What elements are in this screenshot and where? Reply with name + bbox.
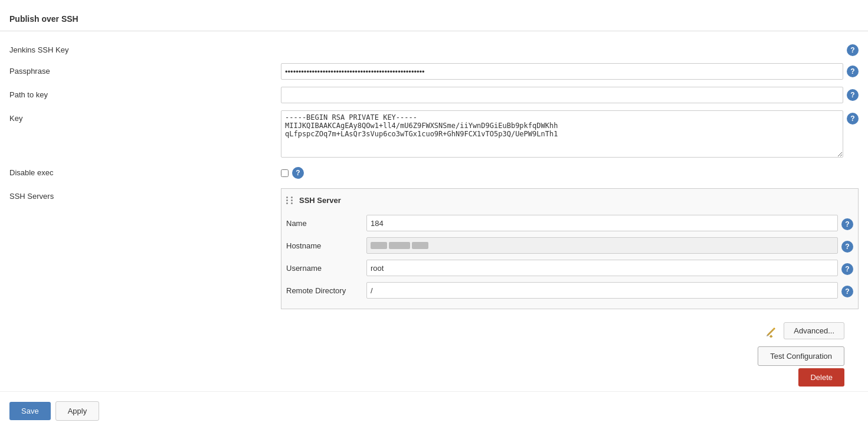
ssh-name-row: Name ?: [286, 212, 853, 234]
delete-row: Delete: [0, 366, 868, 387]
ssh-hostname-input[interactable]: [366, 237, 838, 254]
save-button[interactable]: Save: [9, 402, 51, 420]
path-to-key-label: Path to key: [9, 87, 281, 99]
jenkins-ssh-key-row: Jenkins SSH Key ?: [0, 38, 868, 60]
jenkins-ssh-key-label: Jenkins SSH Key: [9, 42, 281, 54]
ssh-username-help-icon[interactable]: ?: [841, 263, 853, 275]
section-title: Publish over SSH: [0, 9, 868, 31]
test-config-row: Test Configuration: [0, 344, 868, 366]
ssh-username-label: Username: [286, 264, 363, 273]
delete-button[interactable]: Delete: [798, 368, 844, 387]
ssh-servers-row: SSH Servers SSH Server Name ?: [0, 185, 868, 313]
disable-exec-checkbox[interactable]: [281, 169, 289, 177]
ssh-remote-dir-row: Remote Directory ?: [286, 279, 853, 302]
ssh-remote-dir-label: Remote Directory: [286, 286, 363, 295]
key-label: Key: [9, 110, 281, 123]
action-buttons-row: Advanced...: [0, 313, 868, 344]
key-control: -----BEGIN RSA PRIVATE KEY----- MIIJKQIB…: [281, 110, 859, 158]
jenkins-ssh-key-control: ?: [281, 42, 859, 56]
svg-rect-0: [769, 335, 773, 338]
passphrase-help-icon[interactable]: ?: [847, 66, 859, 77]
passphrase-label: Passphrase: [9, 63, 281, 76]
test-configuration-button[interactable]: Test Configuration: [758, 346, 844, 366]
passphrase-control: ?: [281, 63, 859, 80]
ssh-remote-dir-input[interactable]: [366, 282, 838, 299]
advanced-button[interactable]: Advanced...: [784, 322, 844, 339]
ssh-servers-label: SSH Servers: [9, 188, 281, 201]
ssh-remote-dir-help-icon[interactable]: ?: [841, 286, 853, 297]
drag-handle[interactable]: [286, 197, 294, 204]
disable-exec-row: Disable exec ?: [0, 161, 868, 185]
ssh-hostname-row: Hostname ?: [286, 234, 853, 257]
passphrase-row: Passphrase ?: [0, 60, 868, 83]
ssh-server-inner: Name ? Hostname: [281, 209, 858, 304]
apply-button[interactable]: Apply: [55, 401, 100, 421]
disable-exec-control: ?: [281, 165, 859, 181]
ssh-name-input[interactable]: [366, 215, 838, 231]
passphrase-input[interactable]: [281, 63, 843, 80]
disable-exec-checkbox-wrap: [281, 165, 289, 181]
ssh-name-help-icon[interactable]: ?: [841, 218, 853, 230]
ssh-hostname-help-icon[interactable]: ?: [841, 241, 853, 253]
path-to-key-input[interactable]: [281, 87, 843, 103]
key-textarea[interactable]: -----BEGIN RSA PRIVATE KEY----- MIIJKQIB…: [281, 110, 843, 158]
page-wrapper: Publish over SSH Jenkins SSH Key ? Passp…: [0, 0, 868, 429]
path-to-key-control: ?: [281, 87, 859, 103]
jenkins-ssh-key-help-icon[interactable]: ?: [847, 44, 859, 56]
path-to-key-row: Path to key ?: [0, 83, 868, 107]
pencil-icon: [762, 323, 779, 339]
disable-exec-label: Disable exec: [9, 165, 281, 177]
key-help-icon[interactable]: ?: [847, 113, 859, 125]
hostname-blur-content: [371, 242, 428, 249]
ssh-name-label: Name: [286, 219, 363, 228]
key-row: Key -----BEGIN RSA PRIVATE KEY----- MIIJ…: [0, 107, 868, 161]
ssh-hostname-label: Hostname: [286, 241, 363, 250]
path-to-key-help-icon[interactable]: ?: [847, 89, 859, 101]
ssh-server-header-label: SSH Server: [299, 196, 341, 205]
ssh-servers-control: SSH Server Name ? Hostname: [281, 188, 859, 309]
ssh-server-header: SSH Server: [281, 194, 858, 209]
disable-exec-help-icon[interactable]: ?: [292, 167, 304, 179]
ssh-username-input[interactable]: [366, 260, 838, 276]
ssh-username-row: Username ?: [286, 257, 853, 279]
ssh-server-block: SSH Server Name ? Hostname: [281, 188, 859, 309]
bottom-buttons: Save Apply: [0, 391, 868, 421]
